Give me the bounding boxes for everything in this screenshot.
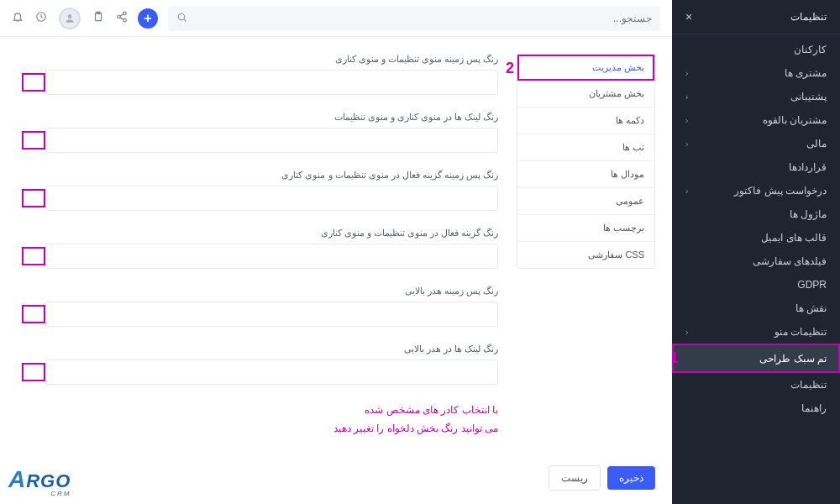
field-label: رنگ پس زمینه هدر بالایی: [17, 286, 498, 297]
color-swatch[interactable]: [22, 363, 45, 381]
sidebar-item-label: راهنما: [801, 402, 827, 414]
settings-sidebar: تنظیمات × کارکنانمشتری ها‹پشتیبانی‹مشتری…: [672, 0, 840, 504]
color-field: رنگ گزینه فعال در منوی تنظیمات و منوی کن…: [17, 228, 498, 269]
topbar: +: [0, 0, 672, 37]
save-button[interactable]: ذخیره: [607, 466, 655, 490]
chevron-left-icon: ‹: [685, 328, 688, 337]
sidebar-item-label: قراردادها: [789, 161, 827, 173]
sidebar-title: تنظیمات: [790, 11, 827, 23]
color-swatch[interactable]: [22, 73, 45, 92]
field-label: رنگ لینک ها در هدر بالایی: [17, 344, 498, 354]
section-nav-item[interactable]: برچسب ها: [517, 215, 654, 242]
section-nav-item[interactable]: مودال ها: [517, 161, 654, 188]
sidebar-item-label: پشتیبانی: [790, 91, 827, 102]
search-wrap: [168, 6, 660, 31]
chevron-left-icon: ‹: [685, 186, 688, 196]
annotation-marker-2: 2: [506, 60, 514, 77]
sidebar-item[interactable]: قراردادها: [672, 155, 840, 179]
section-nav-item[interactable]: دکمه ها: [517, 108, 654, 134]
color-field: رنگ پس زمینه گزینه فعال در منوی تنظیمات …: [17, 170, 498, 211]
sidebar-item[interactable]: تنظیمات منو‹: [672, 320, 840, 344]
sidebar-item[interactable]: درخواست پیش فاکتور‹: [672, 179, 840, 202]
sidebar-item-label: کارکنان: [794, 44, 827, 55]
chevron-left-icon: ‹: [685, 69, 688, 78]
section-nav-item[interactable]: عمومی: [517, 188, 654, 215]
svg-point-4: [123, 18, 127, 22]
sidebar-item-label: تنظیمات: [790, 379, 827, 391]
sidebar-item-label: ماژول ها: [790, 208, 827, 220]
section-nav-item[interactable]: CSS سفارشی: [517, 242, 654, 268]
sidebar-item[interactable]: مشتریان بالقوه‹: [672, 108, 840, 132]
chevron-left-icon: ‹: [685, 139, 688, 149]
svg-line-1: [184, 18, 186, 20]
help-line-2: می توانید رنگ بخش دلخواه را تغییر دهید: [17, 420, 498, 438]
sidebar-item[interactable]: نقش ها: [672, 297, 840, 320]
sidebar-item[interactable]: مشتری ها‹: [672, 61, 840, 85]
sidebar-item-label: GDPR: [797, 279, 827, 291]
section-nav-item[interactable]: بخش مشتریان: [517, 81, 654, 108]
color-swatch[interactable]: [22, 131, 45, 150]
avatar[interactable]: [59, 8, 81, 29]
search-input[interactable]: [194, 13, 652, 24]
help-text: با انتخاب کادر های مشخص شده می توانید رن…: [17, 402, 498, 438]
sidebar-item-label: مشتری ها: [785, 67, 827, 79]
sidebar-item[interactable]: ماژول ها: [672, 202, 840, 226]
color-field: رنگ لینک ها در منوی کناری و منوی تنظیمات: [17, 112, 498, 153]
field-label: رنگ پس زمینه گزینه فعال در منوی تنظیمات …: [17, 170, 498, 181]
share-icon[interactable]: [116, 11, 128, 25]
section-nav: بخش مدیریت2بخش مشتریاندکمه هاتب هامودال …: [517, 54, 655, 438]
search-icon: [176, 12, 187, 25]
svg-point-9: [68, 14, 72, 18]
sidebar-item-label: فیلدهای سفارشی: [753, 255, 827, 267]
color-swatch[interactable]: [22, 305, 45, 323]
svg-line-5: [120, 14, 123, 16]
color-text-input[interactable]: [45, 360, 498, 385]
color-text-input[interactable]: [45, 302, 498, 327]
sidebar-item[interactable]: پشتیبانی‹: [672, 85, 840, 108]
field-label: رنگ گزینه فعال در منوی تنظیمات و منوی کن…: [17, 228, 498, 239]
sidebar-item-label: قالب های ایمیل: [761, 232, 827, 244]
bell-icon[interactable]: [12, 11, 24, 25]
section-nav-list: بخش مدیریت2بخش مشتریاندکمه هاتب هامودال …: [517, 54, 655, 269]
sidebar-item[interactable]: تم سبک طراحی1: [672, 344, 840, 373]
form-area: رنگ پس زمینه منوی تنظیمات و منوی کناریرن…: [17, 54, 501, 438]
sidebar-items: کارکنانمشتری ها‹پشتیبانی‹مشتریان بالقوه‹…: [672, 34, 840, 504]
close-icon[interactable]: ×: [685, 10, 692, 24]
sidebar-item[interactable]: GDPR: [672, 273, 840, 297]
color-field: رنگ لینک ها در هدر بالایی: [17, 344, 498, 385]
sidebar-item-label: تنظیمات منو: [774, 326, 827, 338]
sidebar-item-label: تم سبک طراحی: [759, 353, 827, 365]
main-area: + بخش مدیریت2بخ: [0, 0, 672, 504]
clock-icon[interactable]: [35, 11, 47, 25]
sidebar-item[interactable]: راهنما: [672, 396, 840, 420]
sidebar-item[interactable]: فیلدهای سفارشی: [672, 249, 840, 273]
sidebar-item[interactable]: کارکنان: [672, 38, 840, 61]
section-nav-item[interactable]: تب ها: [517, 134, 654, 161]
sidebar-item[interactable]: قالب های ایمیل: [672, 226, 840, 249]
sidebar-item[interactable]: مالی‹: [672, 132, 840, 155]
sidebar-item-label: نقش ها: [795, 302, 827, 314]
color-field: رنگ پس زمینه منوی تنظیمات و منوی کناری: [17, 54, 498, 95]
reset-button[interactable]: ریست: [549, 465, 601, 491]
sidebar-header: تنظیمات ×: [672, 0, 840, 34]
annotation-marker-1: 1: [672, 349, 679, 367]
color-text-input[interactable]: [45, 128, 498, 153]
svg-point-0: [178, 13, 185, 20]
svg-point-2: [123, 12, 127, 14]
field-label: رنگ لینک ها در منوی کناری و منوی تنظیمات: [17, 112, 498, 123]
sidebar-item-label: درخواست پیش فاکتور: [734, 185, 827, 197]
color-swatch[interactable]: [22, 189, 45, 207]
sidebar-item-label: مشتریان بالقوه: [763, 114, 827, 126]
color-text-input[interactable]: [45, 186, 498, 211]
field-label: رنگ پس زمینه منوی تنظیمات و منوی کناری: [17, 54, 498, 65]
sidebar-item[interactable]: تنظیمات: [672, 373, 840, 396]
color-swatch[interactable]: [22, 247, 45, 265]
color-text-input[interactable]: [45, 70, 498, 95]
section-nav-item[interactable]: بخش مدیریت2: [517, 55, 654, 81]
color-text-input[interactable]: [45, 244, 498, 269]
clipboard-icon[interactable]: [92, 11, 104, 25]
help-line-1: با انتخاب کادر های مشخص شده: [17, 402, 498, 420]
svg-line-6: [120, 18, 123, 19]
footer: ذخیره ریست: [0, 455, 672, 504]
add-button[interactable]: +: [138, 8, 158, 29]
